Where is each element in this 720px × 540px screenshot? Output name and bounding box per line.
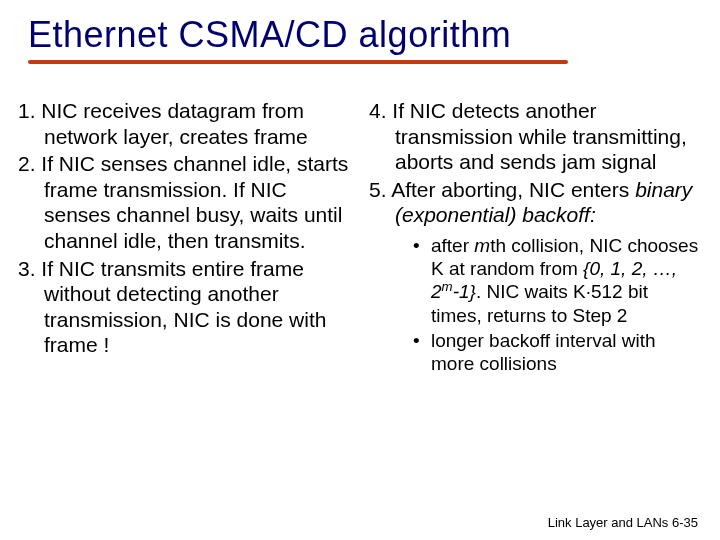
item-1: 1. NIC receives datagram from network la… (18, 98, 351, 149)
left-column: 1. NIC receives datagram from network la… (18, 98, 351, 377)
item-4: 4. If NIC detects another transmission w… (369, 98, 702, 175)
item-5: 5. After aborting, NIC enters binary (ex… (369, 177, 702, 228)
slide-title: Ethernet CSMA/CD algorithm (28, 14, 511, 56)
b1-a: after (431, 235, 474, 256)
item-5-prefix: 5. After aborting, NIC enters (369, 178, 635, 201)
title-block: Ethernet CSMA/CD algorithm (0, 0, 720, 64)
slide-footer: Link Layer and LANs 6-35 (548, 515, 698, 530)
bullet-2: longer backoff interval with more collis… (413, 329, 702, 375)
b1-sup: m (442, 279, 453, 294)
bullet-1: after mth collision, NIC chooses K at ra… (413, 234, 702, 327)
item-2: 2. If NIC senses channel idle, starts fr… (18, 151, 351, 253)
right-column: 4. If NIC detects another transmission w… (369, 98, 702, 377)
bullet-list: after mth collision, NIC chooses K at ra… (369, 234, 702, 375)
b1-m: m (474, 235, 490, 256)
item-3: 3. If NIC transmits entire frame without… (18, 256, 351, 358)
b1-set-close: -1} (453, 281, 476, 302)
content-columns: 1. NIC receives datagram from network la… (0, 64, 720, 377)
